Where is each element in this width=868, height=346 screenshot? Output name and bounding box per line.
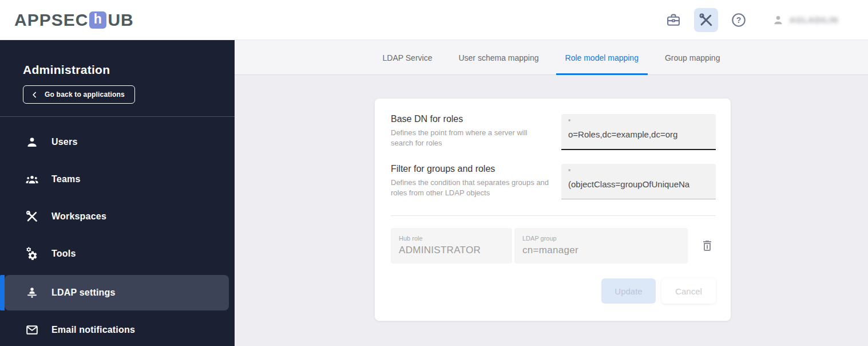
tab-group-mapping[interactable]: Group mapping <box>656 40 730 75</box>
admin-sidebar: Administration Go back to applications U… <box>0 40 235 346</box>
required-marker: * <box>568 119 709 125</box>
filter-label-block: Filter for groups and roles Defines the … <box>391 164 550 199</box>
ldap-group-value: cn=manager <box>522 245 688 256</box>
ldap-person-icon <box>25 286 39 300</box>
briefcase-icon <box>665 12 681 28</box>
update-button[interactable]: Update <box>601 278 656 304</box>
cancel-button[interactable]: Cancel <box>661 278 716 304</box>
sidebar-item-label: Tools <box>51 249 76 259</box>
logo-tile-letter: h <box>94 13 102 26</box>
base-dn-input[interactable] <box>568 129 709 139</box>
ldap-group-label: LDAP group <box>522 235 688 242</box>
delete-mapping-button[interactable] <box>699 238 715 254</box>
sidebar-item-users[interactable]: Users <box>5 126 229 158</box>
base-dn-label-block: Base DN for roles Defines the point from… <box>391 114 550 150</box>
topbar: APPSEC h UB <box>0 0 868 40</box>
form-actions: Update Cancel <box>391 278 716 304</box>
person-icon <box>25 135 39 149</box>
required-marker: * <box>568 168 709 175</box>
base-dn-field-row: Base DN for roles Defines the point from… <box>391 114 716 150</box>
help-button[interactable]: ? <box>727 8 751 32</box>
filter-field-row: Filter for groups and roles Defines the … <box>391 164 716 199</box>
sidebar-item-label: Email notifications <box>51 325 135 335</box>
admin-tools-button[interactable] <box>694 8 718 32</box>
hub-role-value: ADMINISTRATOR <box>399 245 512 256</box>
chevron-left-icon <box>31 91 38 99</box>
sidebar-item-label: LDAP settings <box>51 288 116 298</box>
sidebar-title: Administration <box>23 63 235 77</box>
sidebar-nav: Users Teams <box>0 126 235 346</box>
tools-icon <box>698 12 714 28</box>
main-content: Base DN for roles Defines the point from… <box>235 75 868 346</box>
hub-role-label: Hub role <box>399 235 512 242</box>
sidebar-item-ldap-settings[interactable]: LDAP settings <box>5 275 229 310</box>
field-description: Defines the condition that separates gro… <box>391 178 550 198</box>
filter-input[interactable] <box>568 179 709 189</box>
hub-role-field: Hub role ADMINISTRATOR <box>391 228 512 264</box>
role-model-mapping-card: Base DN for roles Defines the point from… <box>375 99 731 321</box>
appsechub-logo: APPSEC h UB <box>14 10 134 30</box>
filter-input-wrapper: * <box>561 164 716 199</box>
topbar-actions: ? AGLADILIN <box>661 8 838 32</box>
logo-text-left: APPSEC <box>14 10 88 30</box>
sidebar-item-label: Workspaces <box>51 211 106 222</box>
gears-icon <box>25 247 39 261</box>
help-icon: ? <box>731 12 747 28</box>
logo-text-right: UB <box>108 10 133 30</box>
go-back-to-applications-button[interactable]: Go back to applications <box>23 85 135 104</box>
tab-ldap-service[interactable]: LDAP Service <box>374 40 442 75</box>
ldap-settings-tabs: LDAP Service User schema mapping Role mo… <box>235 40 868 75</box>
role-mapping-row: Hub role ADMINISTRATOR LDAP group cn=man… <box>391 228 716 264</box>
user-menu[interactable]: AGLADILIN <box>772 14 838 26</box>
construction-icon <box>25 210 39 223</box>
logo-h-tile: h <box>89 11 106 29</box>
sidebar-item-email-notifications[interactable]: Email notifications <box>5 314 229 346</box>
base-dn-input-wrapper: * <box>561 114 716 150</box>
ldap-group-field: LDAP group cn=manager <box>514 228 688 264</box>
go-back-label: Go back to applications <box>45 91 125 99</box>
field-description: Defines the point from where a server wi… <box>391 128 550 148</box>
briefcase-button[interactable] <box>661 8 685 32</box>
group-icon <box>25 172 39 186</box>
sidebar-item-label: Teams <box>51 174 81 184</box>
field-label: Base DN for roles <box>391 114 550 124</box>
tab-user-schema-mapping[interactable]: User schema mapping <box>449 40 548 75</box>
user-avatar-icon <box>772 14 784 26</box>
sidebar-item-teams[interactable]: Teams <box>5 163 229 195</box>
trash-icon <box>700 239 714 253</box>
field-label: Filter for groups and roles <box>391 164 550 174</box>
mail-icon <box>25 323 39 337</box>
sidebar-item-label: Users <box>51 137 77 147</box>
sidebar-item-workspaces[interactable]: Workspaces <box>5 200 229 233</box>
user-name: AGLADILIN <box>790 15 838 25</box>
sidebar-item-tools[interactable]: Tools <box>5 238 229 270</box>
svg-text:?: ? <box>736 15 742 24</box>
sidebar-divider <box>0 116 235 117</box>
app-window: APPSEC h UB <box>0 0 868 346</box>
card-divider <box>391 215 716 216</box>
tab-role-model-mapping[interactable]: Role model mapping <box>556 40 648 75</box>
